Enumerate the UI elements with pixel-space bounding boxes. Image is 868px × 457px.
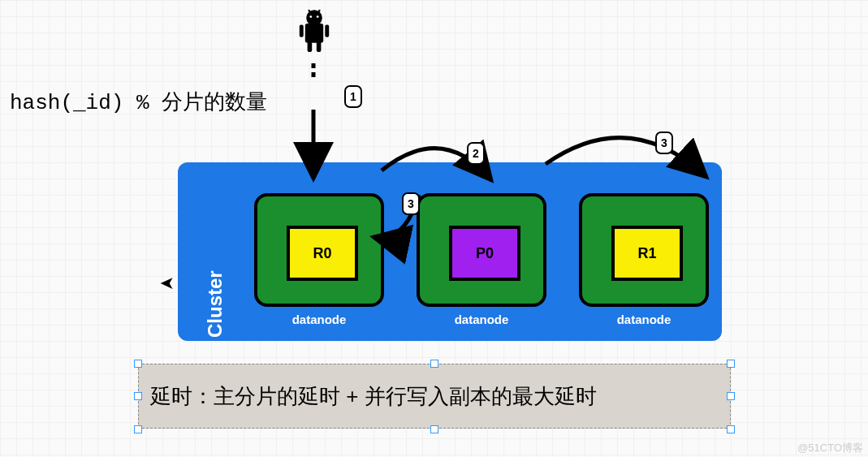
step-badge-2: 2 — [467, 142, 485, 165]
cluster-label: Cluster — [204, 166, 227, 338]
formula-suffix: 分片的数量 — [162, 89, 267, 114]
formula-code: hash(_id) % — [10, 91, 149, 115]
sel-handle[interactable] — [727, 425, 735, 433]
datanode-1: R0 datanode — [254, 193, 384, 307]
hash-formula: hash(_id) % 分片的数量 — [10, 88, 267, 116]
sel-handle[interactable] — [430, 425, 438, 433]
caption-text: 延时：主分片的延时 + 并行写入副本的最大延时 — [150, 382, 597, 411]
shard-r0: R0 — [287, 226, 358, 281]
datanode-1-label: datanode — [257, 313, 381, 326]
svg-point-0 — [306, 10, 322, 26]
svg-rect-3 — [325, 24, 329, 37]
shard-p0: P0 — [449, 226, 520, 281]
sel-handle[interactable] — [430, 360, 438, 368]
sel-handle[interactable] — [134, 425, 142, 433]
datanode-2: P0 datanode — [417, 193, 546, 307]
svg-point-8 — [309, 15, 312, 18]
step-badge-3: 3 — [655, 131, 673, 154]
sel-handle[interactable] — [727, 392, 735, 400]
latency-caption[interactable]: 延时：主分片的延时 + 并行写入副本的最大延时 — [138, 364, 731, 429]
svg-rect-1 — [305, 24, 323, 43]
svg-rect-2 — [300, 24, 304, 37]
android-icon — [286, 6, 343, 63]
pointer-icon: ➤ — [160, 273, 175, 294]
sel-handle[interactable] — [134, 360, 142, 368]
datanode-2-label: datanode — [420, 313, 543, 326]
step-badge-1: 1 — [344, 85, 362, 108]
step-badge-3-return: 3 — [402, 192, 420, 215]
sel-handle[interactable] — [727, 360, 735, 368]
sel-handle[interactable] — [134, 392, 142, 400]
datanode-3: R1 datanode — [579, 193, 709, 307]
svg-rect-4 — [308, 41, 313, 52]
datanode-3-label: datanode — [582, 313, 706, 326]
shard-r1: R1 — [611, 226, 683, 281]
svg-point-9 — [317, 15, 319, 18]
watermark: @51CTO博客 — [797, 441, 863, 455]
cluster-box: Cluster R0 datanode P0 datanode R1 datan… — [178, 162, 722, 341]
svg-rect-5 — [317, 41, 322, 52]
